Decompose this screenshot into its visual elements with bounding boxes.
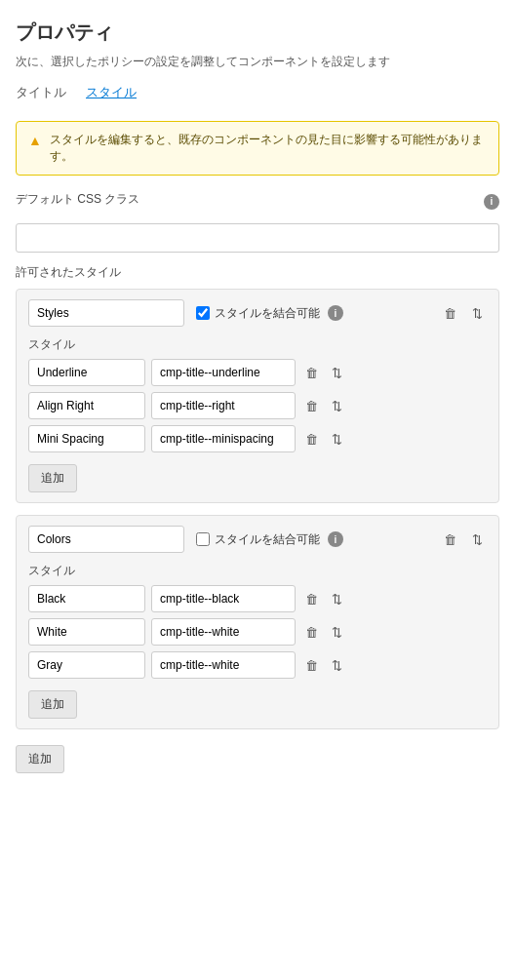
style-1-2-move-icon bbox=[332, 398, 342, 413]
style-2-2-delete-icon bbox=[305, 624, 318, 640]
style-1-2-delete-button[interactable] bbox=[301, 396, 322, 415]
group-2-delete-icon bbox=[444, 531, 456, 547]
style-1-1-delete-icon bbox=[305, 365, 318, 380]
group-1-move-icon bbox=[472, 305, 483, 321]
group-1-move-button[interactable] bbox=[468, 303, 487, 323]
style-2-3-name-input[interactable] bbox=[28, 651, 145, 679]
style-2-2-delete-button[interactable] bbox=[301, 622, 322, 642]
group-2-name-input[interactable] bbox=[28, 526, 184, 553]
style-1-2-delete-icon bbox=[305, 398, 318, 413]
table-row bbox=[28, 392, 487, 419]
style-2-3-move-button[interactable] bbox=[328, 655, 346, 675]
group-1-combine-text: スタイルを結合可能 bbox=[215, 305, 320, 322]
group-2-add-button[interactable]: 追加 bbox=[28, 690, 77, 719]
warning-icon: ▲ bbox=[28, 133, 42, 148]
page-title: プロパティ bbox=[16, 20, 499, 46]
style-2-1-delete-button[interactable] bbox=[301, 589, 322, 608]
style-1-1-name-input[interactable] bbox=[28, 359, 145, 386]
style-1-2-value-input[interactable] bbox=[151, 392, 296, 419]
group-1-header: スタイルを結合可能 i bbox=[28, 299, 487, 327]
group-2-combine-checkbox[interactable] bbox=[196, 532, 210, 546]
group-1-name-input[interactable] bbox=[28, 299, 184, 327]
group-1-delete-button[interactable] bbox=[440, 303, 460, 323]
group-1-add-button[interactable]: 追加 bbox=[28, 464, 77, 492]
tab-title[interactable]: タイトル bbox=[16, 84, 66, 105]
tab-style[interactable]: スタイル bbox=[86, 84, 137, 105]
table-row bbox=[28, 618, 487, 646]
table-row bbox=[28, 425, 487, 452]
group-1-info-icon[interactable]: i bbox=[328, 305, 343, 321]
group-2-info-icon[interactable]: i bbox=[328, 531, 343, 547]
style-1-2-name-input[interactable] bbox=[28, 392, 145, 419]
warning-text: スタイルを編集すると、既存のコンポーネントの見た目に影響する可能性があります。 bbox=[50, 132, 487, 165]
style-2-3-delete-icon bbox=[305, 657, 318, 673]
style-2-2-move-icon bbox=[332, 624, 342, 640]
style-1-1-move-button[interactable] bbox=[328, 363, 346, 382]
style-1-3-move-icon bbox=[332, 431, 342, 447]
style-2-3-move-icon bbox=[332, 657, 342, 673]
style-2-2-name-input[interactable] bbox=[28, 618, 145, 646]
group-1-styles-label: スタイル bbox=[28, 336, 487, 353]
style-1-3-delete-icon bbox=[305, 431, 318, 447]
style-2-2-value-input[interactable] bbox=[151, 618, 296, 646]
style-2-1-value-input[interactable] bbox=[151, 585, 296, 612]
group-2-combine-label: スタイルを結合可能 bbox=[196, 531, 320, 548]
tabs-container: タイトル スタイル bbox=[16, 84, 499, 105]
style-1-3-name-input[interactable] bbox=[28, 425, 145, 452]
style-2-2-move-button[interactable] bbox=[328, 622, 346, 642]
style-2-1-move-button[interactable] bbox=[328, 589, 346, 608]
default-css-info-icon[interactable]: i bbox=[484, 194, 499, 210]
table-row bbox=[28, 651, 487, 679]
style-group-1: スタイルを結合可能 i スタイル 追加 bbox=[16, 289, 499, 503]
style-1-1-delete-button[interactable] bbox=[301, 363, 322, 382]
group-2-combine-text: スタイルを結合可能 bbox=[215, 531, 320, 548]
group-2-header: スタイルを結合可能 i bbox=[28, 526, 487, 553]
bottom-add-button[interactable]: 追加 bbox=[16, 745, 64, 773]
group-2-styles-label: スタイル bbox=[28, 563, 487, 579]
table-row bbox=[28, 585, 487, 612]
style-1-2-move-button[interactable] bbox=[328, 396, 346, 415]
group-1-combine-label: スタイルを結合可能 bbox=[196, 305, 320, 322]
style-2-1-delete-icon bbox=[305, 591, 318, 607]
group-1-delete-icon bbox=[444, 305, 456, 321]
style-2-1-name-input[interactable] bbox=[28, 585, 145, 612]
default-css-field: デフォルト CSS クラス i bbox=[16, 191, 499, 212]
style-2-3-value-input[interactable] bbox=[151, 651, 296, 679]
style-1-1-value-input[interactable] bbox=[151, 359, 296, 386]
style-group-2: スタイルを結合可能 i スタイル 追加 bbox=[16, 515, 499, 729]
page-subtitle: 次に、選択したポリシーの設定を調整してコンポーネントを設定します bbox=[16, 54, 499, 70]
style-1-1-move-icon bbox=[332, 365, 342, 380]
style-1-3-value-input[interactable] bbox=[151, 425, 296, 452]
group-2-move-icon bbox=[472, 531, 483, 547]
style-2-1-move-icon bbox=[332, 591, 342, 607]
group-1-combine-checkbox[interactable] bbox=[196, 306, 210, 320]
default-css-input[interactable] bbox=[16, 223, 499, 253]
style-1-3-delete-button[interactable] bbox=[301, 429, 322, 449]
warning-box: ▲ スタイルを編集すると、既存のコンポーネントの見た目に影響する可能性があります… bbox=[16, 121, 499, 176]
style-2-3-delete-button[interactable] bbox=[301, 655, 322, 675]
allowed-styles-label: 許可されたスタイル bbox=[16, 264, 499, 281]
group-2-delete-button[interactable] bbox=[440, 529, 460, 549]
style-1-3-move-button[interactable] bbox=[328, 429, 346, 449]
table-row bbox=[28, 359, 487, 386]
default-css-label: デフォルト CSS クラス bbox=[16, 191, 484, 208]
group-2-move-button[interactable] bbox=[468, 529, 487, 549]
